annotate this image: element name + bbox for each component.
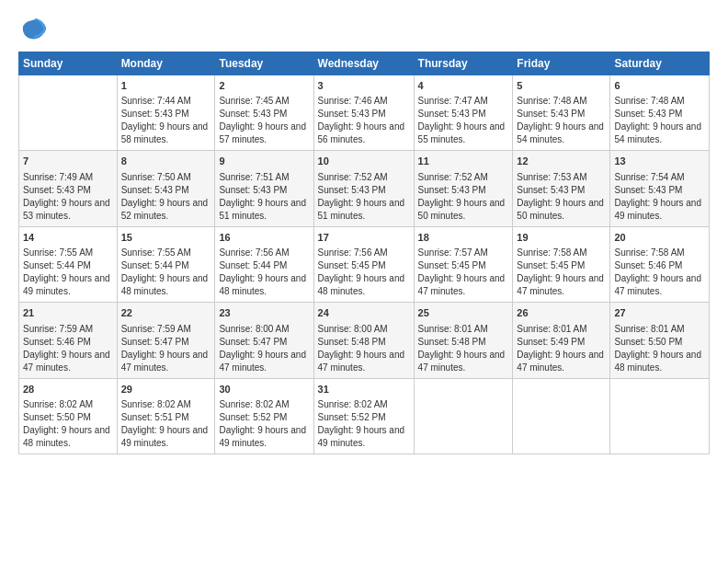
calendar-cell: 25Sunrise: 8:01 AMSunset: 5:48 PMDayligh… (414, 303, 513, 378)
day-number: 6 (614, 79, 705, 93)
header-cell-monday: Monday (117, 52, 215, 75)
daylight-text: Daylight: 9 hours and 48 minutes. (23, 424, 113, 450)
calendar-cell: 15Sunrise: 7:55 AMSunset: 5:44 PMDayligh… (117, 226, 215, 302)
header-cell-wednesday: Wednesday (313, 52, 414, 75)
sunset-text: Sunset: 5:43 PM (318, 108, 410, 121)
header-cell-saturday: Saturday (610, 52, 710, 75)
sunset-text: Sunset: 5:43 PM (318, 184, 410, 197)
daylight-text: Daylight: 9 hours and 49 minutes. (23, 272, 113, 298)
calendar-cell: 28Sunrise: 8:02 AMSunset: 5:50 PMDayligh… (19, 378, 118, 454)
calendar-cell: 26Sunrise: 8:01 AMSunset: 5:49 PMDayligh… (513, 303, 610, 378)
sunset-text: Sunset: 5:45 PM (318, 259, 410, 272)
day-number: 3 (318, 79, 410, 93)
header-cell-friday: Friday (513, 52, 610, 75)
day-number: 23 (219, 306, 309, 320)
calendar-cell: 30Sunrise: 8:02 AMSunset: 5:52 PMDayligh… (215, 378, 313, 454)
calendar-table: SundayMondayTuesdayWednesdayThursdayFrid… (18, 52, 710, 454)
calendar-week-5: 28Sunrise: 8:02 AMSunset: 5:50 PMDayligh… (19, 378, 710, 454)
header-row: SundayMondayTuesdayWednesdayThursdayFrid… (19, 52, 710, 75)
day-number: 11 (418, 155, 509, 168)
sunrise-text: Sunrise: 7:58 AM (614, 247, 705, 259)
day-number: 17 (318, 231, 410, 245)
day-number: 4 (418, 79, 509, 93)
daylight-text: Daylight: 9 hours and 54 minutes. (517, 121, 606, 146)
sunset-text: Sunset: 5:46 PM (23, 336, 113, 349)
calendar-cell: 3Sunrise: 7:46 AMSunset: 5:43 PMDaylight… (313, 75, 414, 151)
sunset-text: Sunset: 5:43 PM (121, 108, 211, 121)
daylight-text: Daylight: 9 hours and 50 minutes. (418, 197, 509, 223)
daylight-text: Daylight: 9 hours and 54 minutes. (614, 121, 705, 146)
day-number: 31 (318, 383, 410, 396)
sunset-text: Sunset: 5:43 PM (517, 108, 606, 121)
sunset-text: Sunset: 5:43 PM (517, 184, 606, 197)
calendar-cell: 13Sunrise: 7:54 AMSunset: 5:43 PMDayligh… (610, 151, 710, 226)
sunset-text: Sunset: 5:43 PM (418, 108, 509, 121)
sunrise-text: Sunrise: 7:52 AM (418, 171, 509, 184)
sunset-text: Sunset: 5:44 PM (23, 259, 113, 272)
sunset-text: Sunset: 5:47 PM (219, 336, 309, 349)
sunrise-text: Sunrise: 7:53 AM (517, 171, 606, 184)
sunrise-text: Sunrise: 7:56 AM (318, 247, 410, 259)
daylight-text: Daylight: 9 hours and 56 minutes. (318, 121, 410, 146)
day-number: 30 (219, 383, 309, 396)
sunrise-text: Sunrise: 7:59 AM (23, 323, 113, 336)
header-cell-sunday: Sunday (19, 52, 118, 75)
sunset-text: Sunset: 5:52 PM (219, 411, 309, 424)
day-number: 15 (121, 231, 211, 245)
sunrise-text: Sunrise: 7:48 AM (517, 95, 606, 108)
calendar-body: 1Sunrise: 7:44 AMSunset: 5:43 PMDaylight… (19, 75, 710, 454)
sunrise-text: Sunrise: 7:47 AM (418, 95, 509, 108)
daylight-text: Daylight: 9 hours and 48 minutes. (219, 272, 309, 298)
calendar-cell (19, 75, 118, 151)
calendar-week-1: 1Sunrise: 7:44 AMSunset: 5:43 PMDaylight… (19, 75, 710, 151)
day-number: 18 (418, 231, 509, 245)
sunset-text: Sunset: 5:43 PM (23, 184, 113, 197)
sunrise-text: Sunrise: 7:56 AM (219, 247, 309, 259)
daylight-text: Daylight: 9 hours and 55 minutes. (418, 121, 509, 146)
sunrise-text: Sunrise: 7:59 AM (121, 323, 211, 336)
sunrise-text: Sunrise: 7:55 AM (23, 247, 113, 259)
daylight-text: Daylight: 9 hours and 48 minutes. (318, 272, 410, 298)
sunrise-text: Sunrise: 7:54 AM (614, 171, 705, 184)
sunset-text: Sunset: 5:43 PM (219, 184, 309, 197)
day-number: 24 (318, 306, 410, 320)
daylight-text: Daylight: 9 hours and 47 minutes. (614, 272, 705, 298)
day-number: 12 (517, 155, 606, 168)
daylight-text: Daylight: 9 hours and 49 minutes. (121, 424, 211, 450)
day-number: 28 (23, 383, 113, 396)
day-number: 9 (219, 155, 309, 168)
daylight-text: Daylight: 9 hours and 47 minutes. (517, 272, 606, 298)
sunset-text: Sunset: 5:45 PM (418, 259, 509, 272)
calendar-cell: 21Sunrise: 7:59 AMSunset: 5:46 PMDayligh… (19, 303, 118, 378)
calendar-week-3: 14Sunrise: 7:55 AMSunset: 5:44 PMDayligh… (19, 226, 710, 302)
sunrise-text: Sunrise: 8:02 AM (121, 398, 211, 411)
calendar-cell: 19Sunrise: 7:58 AMSunset: 5:45 PMDayligh… (513, 226, 610, 302)
sunset-text: Sunset: 5:52 PM (318, 411, 410, 424)
daylight-text: Daylight: 9 hours and 49 minutes. (219, 424, 309, 450)
sunset-text: Sunset: 5:45 PM (517, 259, 606, 272)
sunrise-text: Sunrise: 7:51 AM (219, 171, 309, 184)
logo (18, 17, 51, 42)
sunset-text: Sunset: 5:47 PM (121, 336, 211, 349)
calendar-cell: 7Sunrise: 7:49 AMSunset: 5:43 PMDaylight… (19, 151, 118, 226)
day-number: 8 (121, 155, 211, 168)
header-cell-tuesday: Tuesday (215, 52, 313, 75)
calendar-cell: 5Sunrise: 7:48 AMSunset: 5:43 PMDaylight… (513, 75, 610, 151)
daylight-text: Daylight: 9 hours and 50 minutes. (517, 197, 606, 223)
calendar-cell: 12Sunrise: 7:53 AMSunset: 5:43 PMDayligh… (513, 151, 610, 226)
sunset-text: Sunset: 5:44 PM (219, 259, 309, 272)
day-number: 2 (219, 79, 309, 93)
calendar-cell: 17Sunrise: 7:56 AMSunset: 5:45 PMDayligh… (313, 226, 414, 302)
header-cell-thursday: Thursday (414, 52, 513, 75)
calendar-cell: 27Sunrise: 8:01 AMSunset: 5:50 PMDayligh… (610, 303, 710, 378)
day-number: 26 (517, 306, 606, 320)
daylight-text: Daylight: 9 hours and 47 minutes. (418, 272, 509, 298)
day-number: 27 (614, 306, 705, 320)
sunset-text: Sunset: 5:43 PM (121, 184, 211, 197)
sunrise-text: Sunrise: 8:01 AM (517, 323, 606, 336)
calendar-cell: 4Sunrise: 7:47 AMSunset: 5:43 PMDaylight… (414, 75, 513, 151)
day-number: 19 (517, 231, 606, 245)
day-number: 14 (23, 231, 113, 245)
daylight-text: Daylight: 9 hours and 52 minutes. (121, 197, 211, 223)
calendar-cell (414, 378, 513, 454)
